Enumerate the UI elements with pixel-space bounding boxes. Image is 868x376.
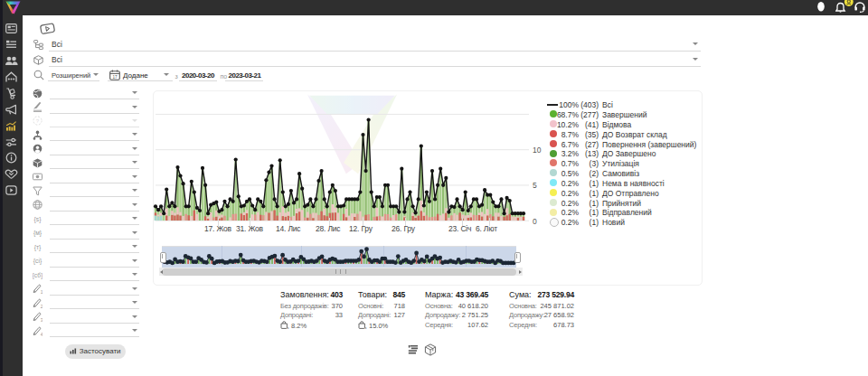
- svg-text:x: x: [288, 325, 289, 329]
- svg-text:x: x: [365, 325, 367, 329]
